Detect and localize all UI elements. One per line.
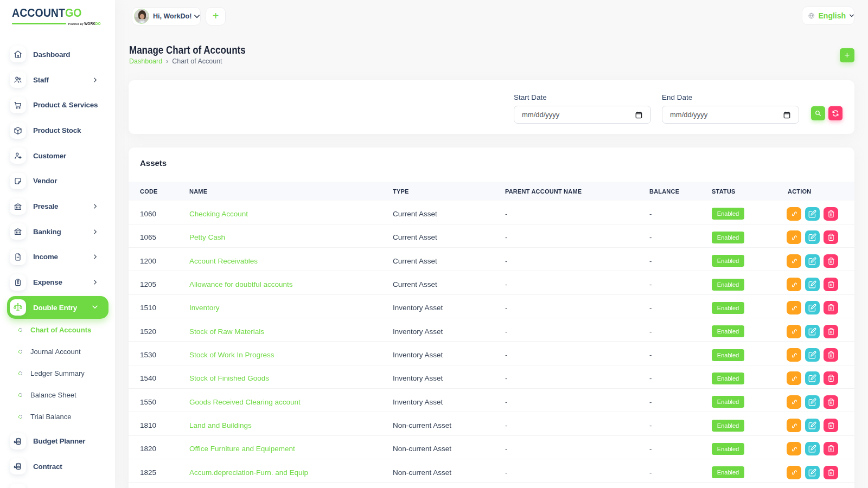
svg-text:$: $ — [14, 440, 16, 443]
svg-text:$: $ — [14, 465, 16, 468]
